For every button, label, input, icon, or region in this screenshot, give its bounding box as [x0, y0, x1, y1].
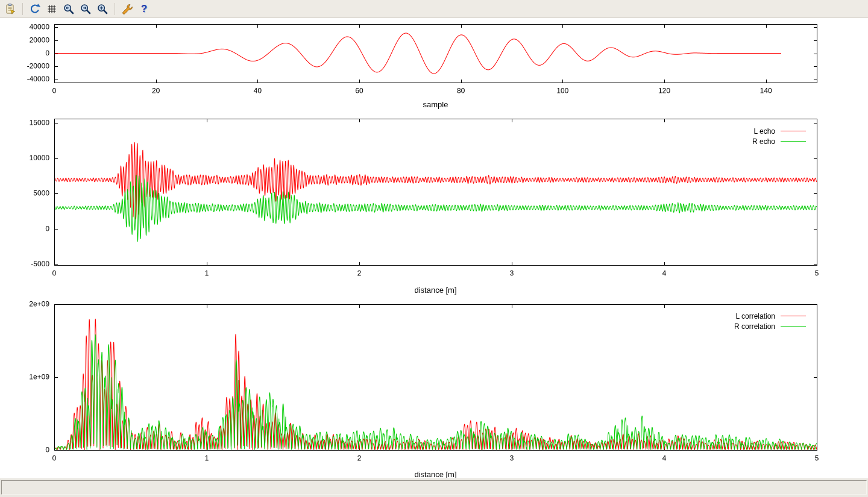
wrench-icon — [121, 3, 133, 15]
plot2-legend: L echo R echo — [752, 126, 806, 146]
legend-entry: R echo — [752, 136, 806, 146]
plot-canvas[interactable] — [0, 18, 868, 478]
legend-label: L correlation — [735, 312, 775, 320]
legend-label: L echo — [753, 127, 775, 136]
legend-line-sample — [781, 131, 806, 131]
legend-line-sample — [781, 326, 806, 327]
plot2-xlabel: distance [m] — [54, 286, 817, 295]
grid-icon — [46, 3, 58, 15]
copy-clipboard-button[interactable] — [2, 1, 18, 17]
legend-line-sample — [781, 141, 806, 142]
grid-button[interactable] — [44, 1, 60, 17]
zoom-next-button[interactable] — [78, 1, 93, 17]
toolbar-separator — [115, 3, 115, 15]
autoscale-button[interactable] — [95, 1, 110, 17]
help-button[interactable]: ? — [136, 1, 152, 17]
zoom-next-icon — [80, 3, 92, 15]
legend-entry: L echo — [752, 126, 806, 136]
help-icon: ? — [141, 4, 147, 14]
status-field — [1, 480, 867, 495]
legend-entry: L correlation — [734, 311, 806, 321]
refresh-icon — [29, 3, 41, 15]
legend-label: R echo — [752, 137, 775, 146]
plot-area: sample L echo R echo distance [m] L corr… — [0, 18, 868, 478]
legend-entry: R correlation — [734, 321, 806, 331]
gnuplot-window: ? sample L echo R echo distance [m] L co… — [0, 0, 868, 497]
configure-button[interactable] — [119, 1, 135, 17]
autoscale-icon — [96, 3, 108, 15]
plot3-legend: L correlation R correlation — [734, 311, 806, 331]
zoom-previous-icon — [63, 3, 75, 15]
toolbar: ? — [0, 0, 868, 18]
zoom-previous-button[interactable] — [61, 1, 77, 17]
status-bar — [0, 478, 868, 497]
replot-button[interactable] — [27, 1, 43, 17]
legend-label: R correlation — [734, 322, 775, 331]
toolbar-separator — [22, 3, 23, 15]
legend-line-sample — [781, 316, 806, 316]
clipboard-icon — [4, 3, 16, 15]
plot1-xlabel: sample — [54, 100, 817, 109]
